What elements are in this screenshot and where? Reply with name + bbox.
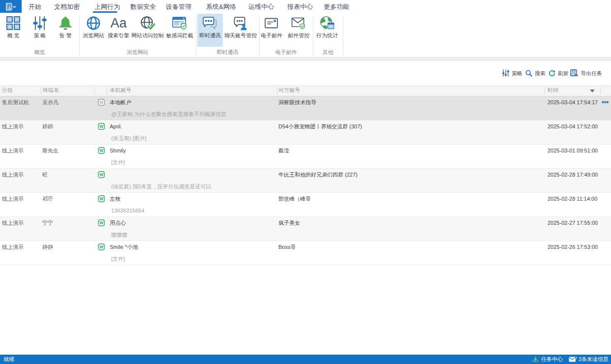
svg-text:W: W [99,148,104,153]
svg-text:W: W [99,124,104,129]
svg-text:W: W [99,172,104,177]
svg-text:W: W [99,100,104,105]
svg-text:W: W [99,196,104,201]
svg-text:Aa: Aa [110,16,127,30]
svg-text:W: W [99,220,104,225]
svg-text:W: W [99,244,104,249]
